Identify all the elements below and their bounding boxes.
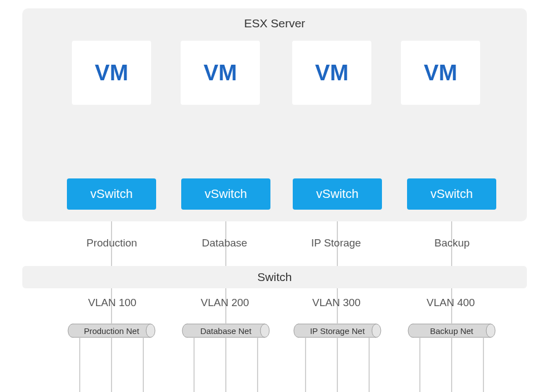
net-label-database: Database bbox=[202, 237, 247, 249]
pipe-label: Database Net bbox=[181, 323, 270, 338]
vlan-label-200: VLAN 200 bbox=[201, 297, 249, 309]
vswitch-label: vSwitch bbox=[90, 187, 133, 201]
vswitch-label: vSwitch bbox=[205, 187, 247, 201]
pipe-label: Production Net bbox=[67, 323, 156, 338]
vswitch-box-1: vSwitch bbox=[67, 178, 156, 210]
vswitch-box-2: vSwitch bbox=[181, 178, 270, 210]
net-label-backup: Backup bbox=[434, 237, 469, 249]
vlan-label-400: VLAN 400 bbox=[427, 297, 475, 309]
vm-label: VM bbox=[315, 60, 348, 85]
pipe-label: IP Storage Net bbox=[293, 323, 382, 338]
vswitch-box-4: vSwitch bbox=[407, 178, 496, 210]
vm-label: VM bbox=[424, 60, 457, 85]
vm-box-1: VM bbox=[72, 41, 151, 105]
vm-box-3: VM bbox=[292, 41, 371, 105]
switch-label: Switch bbox=[258, 270, 292, 284]
vm-label: VM bbox=[95, 60, 128, 85]
vswitch-label: vSwitch bbox=[316, 187, 359, 201]
vlan-label-100: VLAN 100 bbox=[88, 297, 137, 309]
pipe-ipstorage: IP Storage Net bbox=[293, 323, 382, 338]
pipe-production: Production Net bbox=[67, 323, 156, 338]
switch-bar: Switch bbox=[22, 266, 527, 288]
esx-server-title: ESX Server bbox=[22, 17, 527, 30]
net-label-production: Production bbox=[86, 237, 137, 249]
vlan-label-300: VLAN 300 bbox=[312, 297, 361, 309]
vswitch-box-3: vSwitch bbox=[293, 178, 382, 210]
net-label-ipstorage: IP Storage bbox=[311, 237, 361, 249]
pipe-backup: Backup Net bbox=[407, 323, 496, 338]
pipe-database: Database Net bbox=[181, 323, 270, 338]
vm-box-2: VM bbox=[181, 41, 260, 105]
vswitch-label: vSwitch bbox=[430, 187, 473, 201]
vm-box-4: VM bbox=[401, 41, 480, 105]
pipe-label: Backup Net bbox=[407, 323, 496, 338]
vm-label: VM bbox=[204, 60, 237, 85]
